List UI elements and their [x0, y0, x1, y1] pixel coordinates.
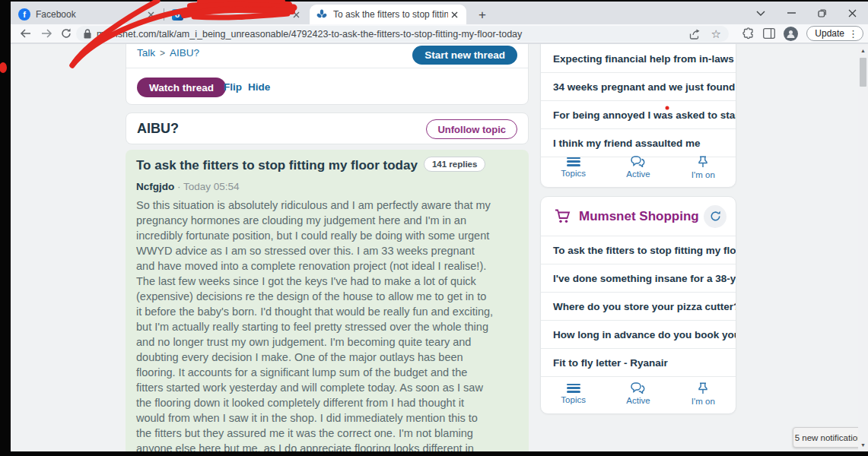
profile-avatar[interactable] [784, 27, 798, 41]
notification-toast[interactable]: 5 new notifications [793, 427, 868, 448]
post-meta: Ncfgjdo · Today 05:54 [136, 181, 240, 192]
post-timestamp: Today 05:54 [183, 181, 240, 192]
browser-toolbar: mumsnet.com/talk/am_i_being_unreasonable… [11, 24, 868, 43]
reload-icon[interactable] [58, 25, 75, 42]
tab-title: Facebook [36, 9, 145, 20]
new-tab-button[interactable]: + [473, 6, 491, 24]
lock-icon[interactable] [84, 29, 91, 39]
scrollbar-thumb[interactable] [860, 58, 866, 87]
tab-strip: f Facebook o To ask the fitters to stop … [11, 2, 868, 24]
unfollow-topic-button[interactable]: Unfollow topic [426, 119, 517, 139]
chevron-down-icon[interactable] [755, 8, 766, 18]
close-tab-icon[interactable] [145, 8, 157, 21]
facebook-icon: f [18, 8, 30, 21]
sidebar-footer-nav: Topics Active I'm on [541, 374, 736, 413]
page-scrollbar[interactable]: ▲ ▼ [858, 44, 868, 451]
pushpin-icon [698, 382, 708, 394]
browser-window: f Facebook o To ask the fitters to stop … [11, 2, 868, 451]
topic-title: AIBU? [137, 121, 179, 137]
update-button[interactable]: Update ⋮ [806, 26, 863, 41]
tab-redacted[interactable]: o [165, 5, 308, 24]
dot-separator: · [177, 181, 181, 192]
url-text[interactable]: mumsnet.com/talk/am_i_being_unreasonable… [97, 29, 689, 40]
close-window-icon[interactable] [847, 8, 857, 18]
topics-list-icon [567, 157, 580, 166]
chat-bubbles-icon [631, 382, 646, 394]
post-title: To ask the fitters to stop fitting my fl… [136, 158, 418, 173]
trending-threads-card: Expecting financial help from in-laws 34… [540, 44, 736, 188]
tab-title: To ask the fitters to stop fitting m [333, 9, 448, 20]
im-on-nav-button[interactable]: I'm on [671, 147, 736, 187]
post-body-text: So this situation is absolutely ridiculo… [136, 198, 494, 451]
card-divider [126, 68, 528, 68]
thread-actions-card: Talk>AIBU? Start new thread Watch thread… [126, 44, 529, 105]
window-controls [755, 2, 865, 24]
flip-link[interactable]: Flip [224, 81, 242, 93]
extensions-puzzle-icon[interactable] [742, 27, 755, 40]
url-bar[interactable]: mumsnet.com/talk/am_i_being_unreasonable… [76, 26, 729, 42]
shopping-thread-link[interactable]: How long in advance do you book you... [541, 321, 736, 349]
pushpin-icon [698, 156, 708, 168]
mumsnet-shopping-card: Mumsnet Shopping To ask the fitters to s… [540, 196, 736, 414]
topic-header-card: AIBU? Unfollow topic [126, 112, 529, 144]
back-icon[interactable] [17, 25, 33, 42]
scroll-down-icon[interactable]: ▼ [858, 440, 868, 450]
side-panel-icon[interactable] [763, 28, 775, 39]
kebab-menu-icon[interactable]: ⋮ [848, 28, 858, 40]
page-viewport: Talk>AIBU? Start new thread Watch thread… [11, 44, 868, 451]
shopping-thread-link[interactable]: Where do you store your pizza cutter? [541, 293, 736, 321]
replies-count-badge: 141 replies [424, 157, 485, 172]
active-nav-button[interactable]: Active [606, 374, 670, 413]
mumsnet-icon [316, 8, 328, 21]
breadcrumb-separator: > [160, 48, 165, 59]
tab-mumsnet-active[interactable]: To ask the fitters to stop fitting m [310, 5, 466, 24]
sidebar-footer-nav: Topics Active I'm on [541, 147, 736, 187]
start-new-thread-button[interactable]: Start new thread [412, 46, 517, 65]
breadcrumb: Talk>AIBU? [137, 47, 199, 59]
share-icon[interactable] [689, 29, 701, 40]
topics-list-icon [567, 384, 580, 393]
shopping-thread-link[interactable]: I've done something insane for a 38-ye..… [541, 264, 736, 293]
trending-thread-link[interactable]: For being annoyed I was asked to stan... [541, 101, 736, 129]
trending-thread-link[interactable]: 34 weeks pregnant and we just found ... [541, 73, 736, 101]
refresh-button[interactable] [704, 205, 727, 228]
breadcrumb-topic-link[interactable]: AIBU? [170, 47, 199, 59]
original-post-card: To ask the fitters to stop fitting my fl… [126, 150, 529, 451]
breadcrumb-talk-link[interactable]: Talk [137, 47, 155, 59]
forward-icon[interactable] [38, 25, 55, 42]
shopping-thread-link[interactable]: To ask the fitters to stop fitting my fl… [541, 236, 736, 264]
toolbar-actions: Update ⋮ [742, 25, 863, 42]
restore-icon[interactable] [816, 8, 827, 18]
outlook-icon: o [171, 8, 183, 21]
bookmark-star-icon[interactable]: ☆ [711, 28, 721, 40]
topics-nav-button[interactable]: Topics [541, 374, 606, 413]
active-nav-button[interactable]: Active [606, 147, 670, 187]
post-author[interactable]: Ncfgjdo [136, 181, 174, 192]
im-on-nav-button[interactable]: I'm on [671, 374, 736, 413]
minimize-icon[interactable] [786, 8, 796, 18]
shopping-cart-icon [555, 209, 571, 223]
tab-separator [164, 8, 164, 21]
trending-thread-link[interactable]: Expecting financial help from in-laws [541, 45, 736, 73]
topics-nav-button[interactable]: Topics [541, 147, 606, 187]
close-tab-icon[interactable] [290, 8, 302, 21]
shopping-header: Mumsnet Shopping [541, 197, 736, 236]
shopping-title: Mumsnet Shopping [579, 209, 704, 224]
watch-thread-button[interactable]: Watch thread [137, 78, 226, 97]
shopping-thread-link[interactable]: Fit to fly letter - Ryanair [541, 349, 736, 377]
scroll-up-icon[interactable]: ▲ [858, 46, 868, 55]
desktop-background: f Facebook o To ask the fitters to stop … [0, 0, 868, 456]
hide-link[interactable]: Hide [248, 81, 270, 93]
chat-bubbles-icon [631, 156, 646, 167]
tab-facebook[interactable]: f Facebook [12, 5, 163, 24]
close-tab-icon[interactable] [448, 8, 460, 21]
